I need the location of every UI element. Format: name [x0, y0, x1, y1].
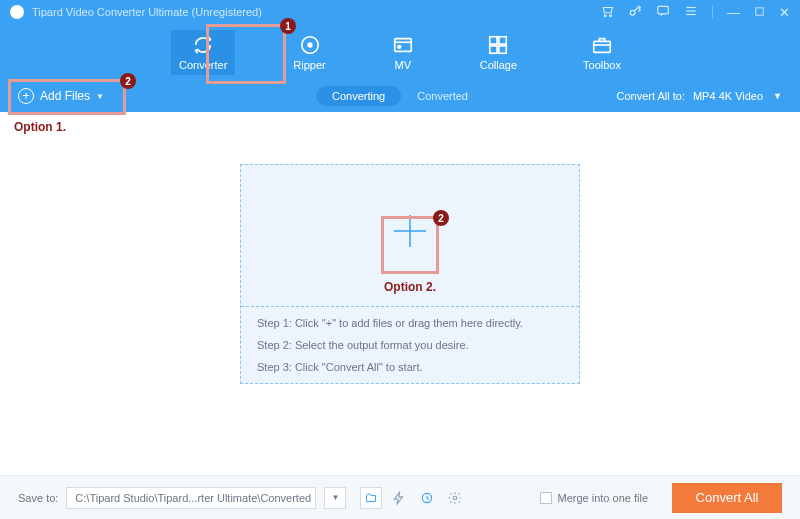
footer-tools [360, 487, 466, 509]
titlebar: Tipard Video Converter Ultimate (Unregis… [0, 0, 800, 24]
mv-icon [392, 34, 414, 56]
nav-ripper[interactable]: Ripper [285, 30, 333, 75]
step-3: Step 3: Click "Convert All" to start. [257, 361, 563, 373]
instructions: Step 1: Click "+" to add files or drag t… [241, 306, 579, 383]
save-to-label: Save to: [18, 492, 58, 504]
nav-collage[interactable]: Collage [472, 30, 525, 75]
convert-all-to-label: Convert All to: [616, 90, 684, 102]
cart-icon[interactable] [600, 4, 614, 21]
svg-rect-3 [658, 6, 669, 14]
svg-point-2 [630, 10, 635, 15]
window-title: Tipard Video Converter Ultimate (Unregis… [32, 6, 600, 18]
nav-converter[interactable]: Converter [171, 30, 235, 75]
status-tabs: Converting Converted [316, 86, 484, 106]
save-path-field[interactable]: C:\Tipard Studio\Tipard...rter Ultimate\… [66, 487, 316, 509]
main-nav: Converter Ripper MV Collage Toolbox [0, 24, 800, 80]
ripper-icon [299, 34, 321, 56]
nav-mv-label: MV [394, 59, 411, 71]
add-files-button[interactable]: + Add Files ▼ [18, 88, 104, 104]
path-dropdown-button[interactable]: ▼ [324, 487, 346, 509]
svg-rect-15 [499, 45, 506, 52]
convert-all-to: Convert All to: MP4 4K Video ▼ [616, 90, 782, 102]
step-2: Step 2: Select the output format you des… [257, 339, 563, 351]
chevron-down-icon: ▼ [96, 92, 104, 101]
feedback-icon[interactable] [656, 4, 670, 21]
svg-rect-10 [394, 38, 411, 51]
tab-converted[interactable]: Converted [401, 86, 484, 106]
svg-point-1 [610, 14, 612, 16]
close-icon[interactable]: ✕ [779, 5, 790, 20]
hw-accel-button[interactable] [388, 487, 410, 509]
content-area: Step 1: Click "+" to add files or drag t… [0, 112, 800, 484]
convert-all-button[interactable]: Convert All [672, 483, 782, 513]
nav-toolbox-label: Toolbox [583, 59, 621, 71]
key-icon[interactable] [628, 4, 642, 21]
svg-rect-14 [490, 45, 497, 52]
plus-icon: + [18, 88, 34, 104]
footer-bar: Save to: C:\Tipard Studio\Tipard...rter … [0, 475, 800, 519]
svg-point-20 [454, 496, 458, 500]
add-files-label: Add Files [40, 89, 90, 103]
svg-point-0 [604, 14, 606, 16]
dropzone[interactable]: Step 1: Click "+" to add files or drag t… [240, 164, 580, 384]
svg-point-11 [398, 45, 401, 48]
high-speed-button[interactable] [416, 487, 438, 509]
sub-toolbar: + Add Files ▼ Converting Converted Conve… [0, 80, 800, 112]
output-format-value: MP4 4K Video [693, 90, 763, 102]
svg-rect-7 [756, 7, 763, 14]
collage-icon [487, 34, 509, 56]
output-format-dropdown[interactable]: MP4 4K Video ▼ [693, 90, 782, 102]
window-controls: — ✕ [600, 4, 790, 21]
nav-converter-label: Converter [179, 59, 227, 71]
save-to: Save to: C:\Tipard Studio\Tipard...rter … [18, 487, 346, 509]
svg-rect-16 [594, 41, 611, 52]
converter-icon [192, 34, 214, 56]
toolbox-icon [591, 34, 613, 56]
checkbox-icon [540, 492, 552, 504]
nav-toolbox[interactable]: Toolbox [575, 30, 629, 75]
app-logo [10, 5, 24, 19]
svg-rect-12 [490, 36, 497, 43]
merge-checkbox[interactable]: Merge into one file [540, 492, 649, 504]
maximize-icon[interactable] [754, 5, 765, 20]
tab-converting[interactable]: Converting [316, 86, 401, 106]
nav-ripper-label: Ripper [293, 59, 325, 71]
step-1: Step 1: Click "+" to add files or drag t… [257, 317, 563, 329]
svg-point-9 [308, 43, 312, 47]
nav-collage-label: Collage [480, 59, 517, 71]
open-folder-button[interactable] [360, 487, 382, 509]
chevron-down-icon: ▼ [773, 91, 782, 101]
settings-button[interactable] [444, 487, 466, 509]
minimize-icon[interactable]: — [727, 5, 740, 20]
add-files-plus[interactable] [384, 205, 436, 257]
merge-label: Merge into one file [558, 492, 649, 504]
divider [712, 5, 713, 19]
svg-rect-13 [499, 36, 506, 43]
menu-icon[interactable] [684, 4, 698, 21]
nav-mv[interactable]: MV [384, 30, 422, 75]
